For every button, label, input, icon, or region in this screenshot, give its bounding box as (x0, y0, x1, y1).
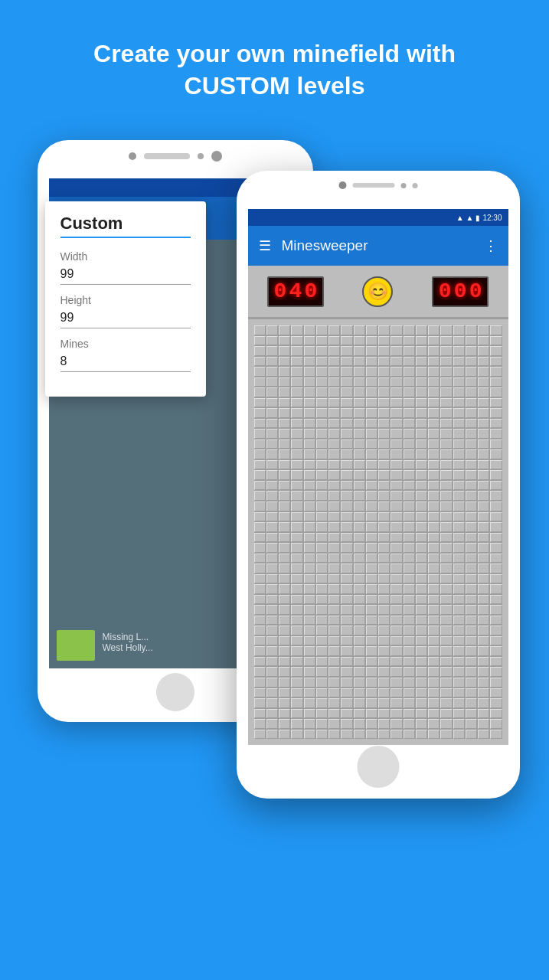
grid-cell[interactable] (304, 533, 315, 543)
grid-cell[interactable] (490, 564, 502, 573)
grid-cell[interactable] (428, 564, 440, 573)
grid-cell[interactable] (354, 543, 365, 553)
grid-cell[interactable] (453, 387, 465, 397)
grid-cell[interactable] (266, 408, 278, 418)
grid-cell[interactable] (254, 449, 266, 459)
grid-cell[interactable] (254, 336, 266, 346)
grid-cell[interactable] (341, 678, 352, 688)
grid-cell[interactable] (453, 419, 465, 429)
grid-cell[interactable] (341, 336, 352, 346)
grid-cell[interactable] (416, 667, 427, 677)
grid-cell[interactable] (391, 574, 402, 584)
grid-cell[interactable] (328, 543, 340, 553)
home-button-back[interactable] (156, 673, 194, 711)
grid-cell[interactable] (279, 398, 290, 408)
grid-cell[interactable] (266, 449, 278, 459)
grid-cell[interactable] (316, 564, 328, 573)
grid-cell[interactable] (341, 367, 352, 377)
grid-cell[interactable] (416, 512, 427, 522)
grid-cell[interactable] (279, 533, 290, 543)
grid-cell[interactable] (428, 408, 440, 418)
grid-cell[interactable] (254, 387, 266, 397)
grid-cell[interactable] (440, 730, 452, 740)
grid-cell[interactable] (354, 646, 365, 656)
width-value[interactable]: 99 (60, 264, 191, 285)
grid-cell[interactable] (279, 646, 290, 656)
grid-cell[interactable] (354, 636, 365, 646)
grid-cell[interactable] (490, 616, 502, 626)
grid-cell[interactable] (391, 688, 402, 698)
grid-cell[interactable] (453, 678, 465, 688)
grid-cell[interactable] (440, 377, 452, 387)
grid-cell[interactable] (279, 481, 290, 491)
grid-cell[interactable] (440, 688, 452, 698)
grid-cell[interactable] (328, 574, 340, 584)
grid-cell[interactable] (254, 357, 266, 367)
grid-cell[interactable] (328, 636, 340, 646)
grid-cell[interactable] (254, 730, 266, 740)
grid-cell[interactable] (453, 501, 465, 511)
grid-cell[interactable] (316, 439, 328, 449)
grid-cell[interactable] (354, 574, 365, 584)
grid-cell[interactable] (354, 325, 365, 335)
grid-cell[interactable] (404, 357, 415, 367)
grid-cell[interactable] (266, 377, 278, 387)
grid-cell[interactable] (354, 501, 365, 511)
grid-cell[interactable] (453, 709, 465, 719)
grid-cell[interactable] (490, 719, 502, 729)
grid-cell[interactable] (391, 709, 402, 719)
grid-cell[interactable] (404, 667, 415, 677)
grid-cell[interactable] (341, 501, 352, 511)
grid-cell[interactable] (341, 481, 352, 491)
grid-cell[interactable] (279, 564, 290, 573)
grid-cell[interactable] (490, 543, 502, 553)
grid-cell[interactable] (254, 439, 266, 449)
grid-cell[interactable] (416, 522, 427, 532)
grid-cell[interactable] (478, 616, 489, 626)
grid-cell[interactable] (428, 439, 440, 449)
grid-cell[interactable] (416, 595, 427, 605)
grid-cell[interactable] (466, 512, 477, 522)
grid-cell[interactable] (378, 564, 390, 573)
grid-cell[interactable] (378, 616, 390, 626)
grid-cell[interactable] (416, 646, 427, 656)
grid-cell[interactable] (453, 605, 465, 615)
grid-cell[interactable] (366, 636, 377, 646)
grid-cell[interactable] (354, 667, 365, 677)
grid-cell[interactable] (328, 719, 340, 729)
grid-cell[interactable] (279, 522, 290, 532)
grid-cell[interactable] (478, 522, 489, 532)
grid-cell[interactable] (490, 646, 502, 656)
grid-cell[interactable] (266, 460, 278, 470)
grid-cell[interactable] (366, 698, 377, 708)
grid-cell[interactable] (316, 574, 328, 584)
grid-cell[interactable] (404, 574, 415, 584)
grid-cell[interactable] (341, 491, 352, 501)
grid-cell[interactable] (354, 564, 365, 573)
grid-cell[interactable] (453, 584, 465, 594)
grid-cell[interactable] (328, 336, 340, 346)
grid-cell[interactable] (466, 357, 477, 367)
grid-cell[interactable] (279, 512, 290, 522)
grid-cell[interactable] (378, 636, 390, 646)
grid-cell[interactable] (478, 408, 489, 418)
grid-cell[interactable] (279, 657, 290, 667)
grid-cell[interactable] (304, 709, 315, 719)
grid-cell[interactable] (490, 408, 502, 418)
grid-cell[interactable] (416, 449, 427, 459)
grid-cell[interactable] (254, 501, 266, 511)
grid-cell[interactable] (428, 574, 440, 584)
grid-cell[interactable] (404, 543, 415, 553)
grid-cell[interactable] (366, 554, 377, 564)
grid-cell[interactable] (304, 554, 315, 564)
grid-cell[interactable] (266, 357, 278, 367)
grid-cell[interactable] (266, 626, 278, 635)
grid-cell[interactable] (291, 636, 302, 646)
grid-cell[interactable] (478, 512, 489, 522)
grid-cell[interactable] (254, 408, 266, 418)
grid-cell[interactable] (416, 709, 427, 719)
grid-cell[interactable] (366, 481, 377, 491)
grid-cell[interactable] (466, 346, 477, 356)
grid-cell[interactable] (254, 574, 266, 584)
grid-cell[interactable] (254, 626, 266, 635)
